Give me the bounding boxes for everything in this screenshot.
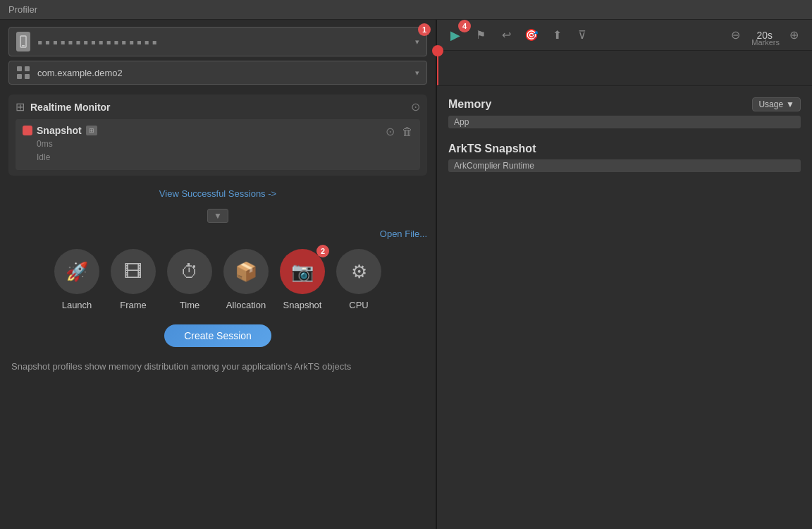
launch-icon: 🚀 (66, 261, 88, 283)
markers-label: Markers (751, 38, 780, 47)
profile-name-launch: Launch (62, 300, 92, 310)
app-icon (16, 66, 30, 80)
view-sessions-link[interactable]: View Successful Sessions -> (0, 181, 436, 206)
svg-rect-2 (17, 66, 22, 71)
snapshot-meta: 0ms Idle (23, 138, 97, 164)
back-button[interactable]: ↩ (496, 25, 516, 45)
snapshot-item: Snapshot ⊞ 0ms Idle ⊙ 🗑 (16, 119, 420, 170)
arkts-runtime-tag[interactable]: ArkComplier Runtime (448, 159, 801, 172)
device-selector[interactable]: ▪▪▪▪▪▪▪▪▪▪▪▪▪▪▪▪ ▾ 1 (8, 27, 427, 56)
snapshot-settings-icon[interactable]: ⊙ (386, 125, 395, 138)
badge-4: 4 (458, 20, 471, 32)
left-panel: ▪▪▪▪▪▪▪▪▪▪▪▪▪▪▪▪ ▾ 1 com.example.demo2 ▾ (0, 20, 437, 529)
svg-rect-5 (25, 74, 30, 79)
profile-name-allocation: Allocation (226, 300, 266, 310)
app-name: com.example.demo2 (37, 68, 415, 78)
selectors-area: ▪▪▪▪▪▪▪▪▪▪▪▪▪▪▪▪ ▾ 1 com.example.demo2 ▾ (0, 20, 436, 89)
snapshot-title-row: Snapshot ⊞ (23, 125, 97, 136)
content-area: Memory Usage ▼ App ArkTS Snapshot ArkCom… (437, 86, 812, 529)
profile-name-snapshot: Snapshot (283, 300, 322, 310)
snapshot-label: Snapshot (37, 125, 82, 136)
timeline-area (437, 51, 812, 86)
profile-circle-launch: 🚀 (54, 249, 99, 294)
profile-name-time: Time (180, 300, 199, 310)
svg-rect-4 (17, 74, 22, 79)
timeline-cursor-head (432, 45, 443, 56)
snapshot-time: 0ms (37, 138, 97, 151)
memory-app-tag[interactable]: App (448, 116, 801, 128)
profile-circle-cpu: ⚙ (336, 249, 381, 294)
time-icon: ⏱ (180, 261, 199, 283)
memory-title: Memory (448, 98, 491, 111)
usage-dropdown[interactable]: Usage ▼ (752, 97, 801, 111)
monitor-title-group: ⊞ Realtime Monitor (16, 100, 111, 114)
usage-arrow-icon: ▼ (786, 99, 794, 109)
arkts-title: ArkTS Snapshot (448, 142, 801, 155)
snapshot-camera-icon: 📷 (291, 261, 314, 283)
profile-item-frame[interactable]: 🎞 Frame (111, 249, 156, 310)
snapshot-badge-icon: ⊞ (86, 126, 97, 135)
snapshot-actions: ⊙ 🗑 (386, 125, 413, 138)
realtime-monitor: ⊞ Realtime Monitor ⊙ Snapshot ⊞ 0ms Idle (8, 95, 427, 176)
usage-label: Usage (758, 99, 783, 109)
usage-button[interactable]: Usage ▼ (752, 97, 801, 111)
svg-rect-1 (22, 45, 25, 47)
open-file-link[interactable]: Open File... (380, 229, 427, 239)
create-session-area: Create Session (0, 317, 436, 354)
title-bar: Profiler (0, 0, 812, 20)
profile-item-cpu[interactable]: ⚙ CPU (336, 249, 381, 310)
profile-name-frame: Frame (120, 300, 147, 310)
memory-section: Memory Usage ▼ App (448, 97, 801, 128)
export-button[interactable]: ⬆ (547, 25, 567, 45)
allocation-icon: 📦 (235, 261, 257, 283)
zoom-in-button[interactable]: ⊕ (784, 25, 804, 45)
monitor-title: Realtime Monitor (30, 102, 111, 113)
device-name: ▪▪▪▪▪▪▪▪▪▪▪▪▪▪▪▪ (37, 37, 415, 47)
top-toolbar: ▶ 4 ⚑ ↩ 🎯 ⬆ ⊽ ⊖ 20s ⊕ Markers (437, 20, 812, 51)
monitor-icon: ⊞ (16, 100, 25, 114)
divider-arrow: ▼ (0, 206, 436, 226)
camera-button[interactable]: 🎯 (522, 25, 541, 45)
app-title: Profiler (8, 4, 37, 15)
profile-name-cpu: CPU (349, 300, 368, 310)
snapshot-status-dot (23, 126, 32, 135)
profile-grid: 🚀 Launch 🎞 Frame ⏱ Time 📦 A (0, 242, 436, 317)
open-file-row: Open File... (0, 226, 436, 242)
snapshot-status: Idle (37, 151, 97, 164)
profile-circle-allocation: 📦 (223, 249, 269, 294)
filter-button[interactable]: ⊽ (572, 25, 592, 45)
snapshot-left: Snapshot ⊞ 0ms Idle (23, 125, 97, 164)
zoom-out-button[interactable]: ⊖ (725, 25, 745, 45)
badge-2: 2 (316, 245, 329, 257)
app-selector[interactable]: com.example.demo2 ▾ (8, 61, 427, 85)
profile-item-time[interactable]: ⏱ Time (167, 249, 212, 310)
flag-button[interactable]: ⚑ (471, 25, 491, 45)
badge-1: 1 (418, 23, 431, 36)
cpu-icon: ⚙ (351, 261, 367, 283)
collapse-btn[interactable]: ▼ (207, 209, 228, 223)
svg-rect-3 (25, 66, 30, 71)
monitor-header: ⊞ Realtime Monitor ⊙ (16, 100, 420, 114)
profile-circle-frame: 🎞 (111, 249, 156, 294)
frame-icon: 🎞 (124, 261, 142, 283)
description-text: Snapshot profiles show memory distributi… (0, 354, 436, 382)
right-panel: ▶ 4 ⚑ ↩ 🎯 ⬆ ⊽ ⊖ 20s ⊕ Markers (437, 20, 812, 529)
memory-section-header: Memory Usage ▼ (448, 97, 801, 111)
create-session-button[interactable]: Create Session (164, 324, 271, 347)
profile-item-allocation[interactable]: 📦 Allocation (223, 249, 269, 310)
monitor-gear-icon[interactable]: ⊙ (411, 100, 420, 114)
profile-circle-time: ⏱ (167, 249, 212, 294)
snapshot-delete-icon[interactable]: 🗑 (402, 126, 413, 138)
device-icon (16, 32, 30, 51)
profile-item-launch[interactable]: 🚀 Launch (54, 249, 99, 310)
timeline-cursor (437, 51, 438, 85)
arkts-section: ArkTS Snapshot ArkComplier Runtime (448, 142, 801, 172)
profile-item-snapshot[interactable]: 📷 Snapshot 2 (280, 249, 325, 310)
main-layout: ▪▪▪▪▪▪▪▪▪▪▪▪▪▪▪▪ ▾ 1 com.example.demo2 ▾ (0, 20, 812, 529)
app-chevron-icon: ▾ (415, 68, 419, 78)
device-chevron-icon: ▾ (415, 37, 419, 47)
